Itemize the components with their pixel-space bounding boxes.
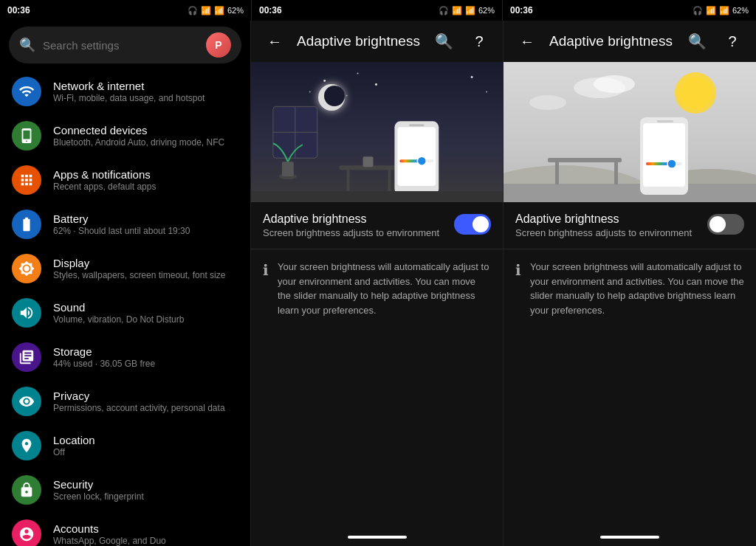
sound-subtitle: Volume, vibration, Do Not Disturb: [53, 314, 238, 325]
settings-panel: 🔍 P Network & internetWi-Fi, mobile, dat…: [0, 21, 251, 546]
svg-point-38: [594, 75, 635, 93]
devices-title: Connected devices: [53, 124, 238, 136]
headphone-icon: 🎧: [188, 6, 198, 15]
right-toggle-title: Adaptive brightness: [515, 212, 698, 226]
svg-rect-11: [409, 124, 424, 126]
svg-point-16: [357, 73, 359, 75]
security-title: Security: [53, 478, 238, 491]
sound-icon: [12, 298, 41, 328]
svg-rect-30: [614, 162, 618, 184]
wifi-icon: 📶: [201, 6, 211, 15]
display-subtitle: Styles, wallpapers, screen timeout, font…: [53, 270, 238, 280]
search-bar[interactable]: 🔍 P: [9, 27, 241, 63]
storage-subtitle: 44% used · 36.05 GB free: [53, 359, 238, 369]
settings-item-privacy[interactable]: PrivacyPermissions, account activity, pe…: [0, 379, 250, 424]
right-status-icons: 🎧 📶 📶 62%: [693, 6, 749, 15]
right-wifi-icon: 📶: [706, 6, 716, 15]
mid-battery-icon: 62%: [478, 6, 495, 15]
toggle-knob-middle: [472, 216, 489, 232]
settings-item-sound[interactable]: SoundVolume, vibration, Do Not Disturb: [0, 291, 250, 335]
right-toggle-row: Adaptive brightness Screen brightness ad…: [504, 202, 756, 249]
middle-info-row: ℹ Your screen brightness will automatica…: [251, 249, 503, 328]
settings-item-security[interactable]: SecurityScreen lock, fingerprint: [0, 468, 250, 512]
network-title: Network & internet: [53, 80, 238, 92]
accounts-text: AccountsWhatsApp, Google, and Duo: [53, 522, 238, 546]
middle-topbar: ← Adaptive brightness 🔍 ?: [251, 21, 503, 62]
location-title: Location: [53, 434, 238, 446]
mid-headphone-icon: 🎧: [439, 6, 449, 15]
privacy-subtitle: Permissions, account activity, personal …: [53, 403, 238, 413]
right-toggle-sub: Screen brightness adjusts to environment: [515, 227, 698, 238]
back-button-middle[interactable]: ←: [261, 28, 288, 55]
right-battery-icon: 62%: [732, 6, 749, 15]
middle-toggle-row: Adaptive brightness Screen brightness ad…: [251, 202, 503, 249]
hero-image-middle: [251, 62, 503, 202]
privacy-text: PrivacyPermissions, account activity, pe…: [53, 390, 238, 413]
middle-toggle-text: Adaptive brightness Screen brightness ad…: [263, 212, 445, 238]
apps-icon: [12, 165, 41, 195]
devices-text: Connected devicesBluetooth, Android Auto…: [53, 124, 238, 148]
svg-point-39: [529, 95, 566, 110]
location-subtitle: Off: [53, 447, 238, 457]
privacy-title: Privacy: [53, 390, 238, 402]
settings-item-network[interactable]: Network & internetWi-Fi, mobile, data us…: [0, 69, 250, 114]
adaptive-brightness-toggle-middle[interactable]: [454, 214, 491, 235]
settings-item-location[interactable]: LocationOff: [0, 424, 250, 468]
right-info-text: Your screen brightness will automaticall…: [530, 260, 744, 317]
right-headphone-icon: 🎧: [693, 6, 703, 15]
display-title: Display: [53, 257, 238, 269]
network-subtitle: Wi-Fi, mobile, data usage, and hotspot: [53, 93, 238, 103]
left-time: 00:36: [7, 5, 30, 15]
settings-item-battery[interactable]: Battery62% · Should last until about 19:…: [0, 202, 250, 246]
night-scene: [251, 62, 503, 202]
settings-item-display[interactable]: DisplayStyles, wallpapers, screen timeou…: [0, 246, 250, 291]
svg-point-17: [375, 83, 377, 86]
main-panels: 🔍 P Network & internetWi-Fi, mobile, dat…: [0, 21, 756, 546]
svg-point-21: [486, 91, 487, 92]
location-text: LocationOff: [53, 434, 238, 457]
svg-point-20: [471, 76, 473, 78]
mid-wifi-icon: 📶: [452, 6, 462, 15]
svg-point-36: [667, 159, 676, 168]
middle-panel-title: Adaptive brightness: [297, 33, 422, 49]
search-button-middle[interactable]: 🔍: [430, 28, 457, 55]
accounts-subtitle: WhatsApp, Google, and Duo: [53, 536, 238, 546]
network-text: Network & internetWi-Fi, mobile, data us…: [53, 80, 238, 103]
svg-rect-29: [555, 162, 559, 184]
right-topbar: ← Adaptive brightness 🔍 ?: [504, 21, 756, 62]
help-button-middle[interactable]: ?: [466, 28, 492, 55]
search-input[interactable]: [43, 39, 199, 52]
svg-rect-32: [643, 123, 685, 187]
mid-signal-icon: 📶: [465, 6, 475, 15]
security-subtitle: Screen lock, fingerprint: [53, 491, 238, 502]
svg-rect-8: [363, 156, 374, 167]
apps-title: Apps & notifications: [53, 168, 238, 181]
right-signal-icon: 📶: [719, 6, 729, 15]
settings-item-accounts[interactable]: AccountsWhatsApp, Google, and Duo: [0, 512, 250, 546]
svg-point-18: [309, 91, 311, 92]
svg-point-24: [679, 77, 712, 109]
svg-point-14: [417, 156, 426, 165]
middle-toggle-title: Adaptive brightness: [263, 212, 445, 226]
storage-title: Storage: [53, 345, 238, 358]
back-button-right[interactable]: ←: [514, 28, 540, 55]
privacy-icon: [12, 387, 41, 416]
help-button-right[interactable]: ?: [719, 28, 746, 55]
settings-item-storage[interactable]: Storage44% used · 36.05 GB free: [0, 335, 250, 379]
avatar[interactable]: P: [206, 32, 231, 58]
right-info-row: ℹ Your screen brightness will automatica…: [504, 249, 756, 328]
adaptive-brightness-toggle-right[interactable]: [707, 214, 744, 235]
storage-icon: [12, 342, 41, 372]
middle-toggle-sub: Screen brightness adjusts to environment: [263, 227, 445, 238]
search-button-right[interactable]: 🔍: [684, 28, 710, 55]
devices-icon: [12, 121, 41, 151]
devices-subtitle: Bluetooth, Android Auto, driving mode, N…: [53, 137, 238, 148]
display-text: DisplayStyles, wallpapers, screen timeou…: [53, 257, 238, 280]
battery-icon: 62%: [227, 6, 244, 15]
signal-icon: 📶: [214, 6, 224, 15]
settings-item-devices[interactable]: Connected devicesBluetooth, Android Auto…: [0, 114, 250, 158]
svg-rect-22: [251, 191, 503, 202]
settings-item-apps[interactable]: Apps & notificationsRecent apps, default…: [0, 158, 250, 202]
middle-bottom-indicator: [348, 536, 407, 539]
search-icon: 🔍: [19, 37, 35, 53]
